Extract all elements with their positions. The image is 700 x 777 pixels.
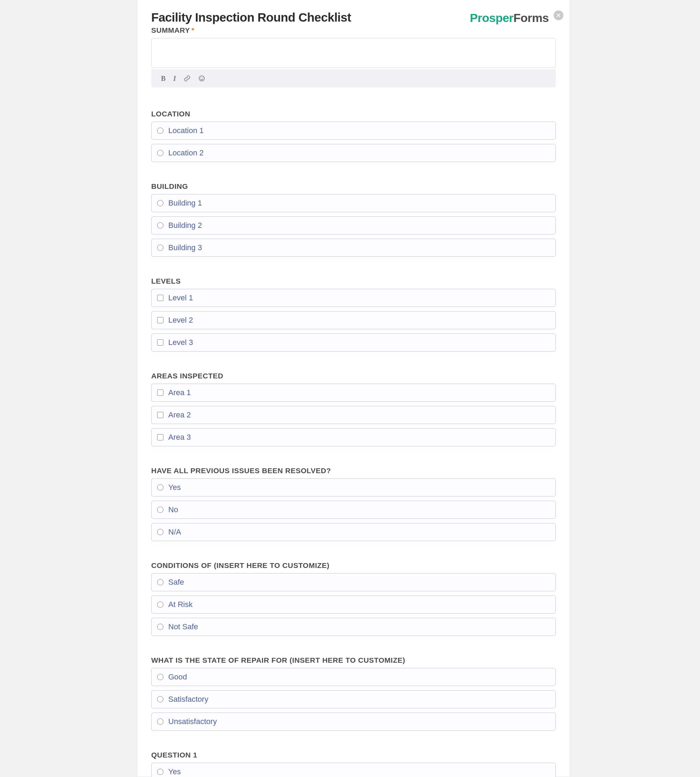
- question-heading: BUILDING: [151, 182, 556, 190]
- option-row[interactable]: No: [151, 501, 556, 519]
- question-block: LOCATIONLocation 1Location 2: [151, 110, 556, 162]
- option-radio[interactable]: [157, 719, 163, 725]
- option-label: Building 3: [168, 243, 202, 252]
- option-checkbox[interactable]: [157, 295, 163, 301]
- summary-input[interactable]: [151, 38, 556, 68]
- option-row[interactable]: Location 2: [151, 144, 556, 162]
- form-modal: Facility Inspection Round Checklist Pros…: [137, 0, 570, 777]
- option-radio[interactable]: [157, 769, 163, 775]
- questions-container: LOCATIONLocation 1Location 2BUILDINGBuil…: [151, 110, 556, 777]
- question-heading: AREAS INSPECTED: [151, 372, 556, 380]
- link-icon: [183, 75, 191, 82]
- emoji-button[interactable]: [198, 75, 205, 82]
- option-checkbox[interactable]: [157, 339, 163, 346]
- option-label: Not Safe: [168, 622, 198, 631]
- option-radio[interactable]: [157, 624, 163, 630]
- summary-label-row: SUMMARY*: [151, 26, 556, 35]
- question-heading: LOCATION: [151, 110, 556, 118]
- option-label: Building 2: [168, 221, 202, 230]
- option-row[interactable]: Building 3: [151, 238, 556, 257]
- option-radio[interactable]: [157, 128, 163, 134]
- option-label: Safe: [168, 578, 184, 587]
- option-row[interactable]: Building 2: [151, 217, 556, 235]
- option-row[interactable]: Not Safe: [151, 618, 556, 636]
- option-radio[interactable]: [157, 696, 163, 702]
- option-label: Area 1: [168, 388, 191, 397]
- option-radio[interactable]: [157, 484, 163, 490]
- option-row[interactable]: Level 1: [151, 289, 556, 307]
- summary-label: SUMMARY: [151, 26, 190, 34]
- option-row[interactable]: Area 1: [151, 383, 556, 402]
- question-heading: LEVELS: [151, 277, 556, 285]
- option-row[interactable]: Safe: [151, 573, 556, 591]
- option-label: Area 3: [168, 433, 191, 442]
- question-block: QUESTION 1Yes: [151, 751, 556, 777]
- modal-header: Facility Inspection Round Checklist Pros…: [151, 10, 556, 25]
- option-checkbox[interactable]: [157, 317, 163, 323]
- svg-point-2: [199, 76, 205, 81]
- svg-point-3: [201, 77, 202, 78]
- brand-part-1: Prosper: [470, 11, 513, 24]
- question-heading: QUESTION 1: [151, 751, 556, 759]
- question-heading: WHAT IS THE STATE OF REPAIR FOR (INSERT …: [151, 656, 556, 664]
- option-label: At Risk: [168, 600, 193, 609]
- option-radio[interactable]: [157, 529, 163, 535]
- option-checkbox[interactable]: [157, 390, 163, 396]
- option-row[interactable]: Area 3: [151, 428, 556, 446]
- rich-text-toolbar: B I: [151, 69, 556, 87]
- option-radio[interactable]: [157, 200, 163, 206]
- option-row[interactable]: Level 2: [151, 311, 556, 329]
- question-block: CONDITIONS OF (INSERT HERE TO CUSTOMIZE)…: [151, 561, 556, 636]
- brand-logo: ProsperForms: [470, 11, 549, 25]
- option-radio[interactable]: [157, 245, 163, 251]
- option-row[interactable]: Location 1: [151, 122, 556, 140]
- option-label: Building 1: [168, 198, 202, 208]
- form-title: Facility Inspection Round Checklist: [151, 10, 351, 24]
- link-button[interactable]: [183, 75, 191, 82]
- question-block: LEVELSLevel 1Level 2Level 3: [151, 277, 556, 352]
- option-label: Location 2: [168, 148, 204, 157]
- option-label: Area 2: [168, 410, 191, 420]
- question-block: WHAT IS THE STATE OF REPAIR FOR (INSERT …: [151, 656, 556, 731]
- svg-point-4: [202, 77, 203, 78]
- option-label: Location 1: [168, 126, 204, 135]
- option-radio[interactable]: [157, 674, 163, 680]
- question-heading: CONDITIONS OF (INSERT HERE TO CUSTOMIZE): [151, 561, 556, 570]
- option-label: Level 1: [168, 293, 193, 302]
- question-block: HAVE ALL PREVIOUS ISSUES BEEN RESOLVED?Y…: [151, 467, 556, 541]
- close-button[interactable]: [554, 10, 563, 20]
- option-radio[interactable]: [157, 507, 163, 513]
- option-radio[interactable]: [157, 150, 163, 156]
- option-row[interactable]: At Risk: [151, 595, 556, 614]
- option-row[interactable]: Building 1: [151, 194, 556, 212]
- option-row[interactable]: N/A: [151, 523, 556, 541]
- option-row[interactable]: Yes: [151, 479, 556, 497]
- option-radio[interactable]: [157, 579, 163, 585]
- bold-button[interactable]: B: [161, 75, 165, 83]
- brand-part-2: Forms: [513, 11, 549, 24]
- option-label: Level 3: [168, 338, 193, 347]
- option-row[interactable]: Unsatisfactory: [151, 712, 556, 731]
- option-row[interactable]: Area 2: [151, 406, 556, 424]
- option-label: No: [168, 505, 178, 514]
- required-star: *: [191, 26, 195, 34]
- option-radio[interactable]: [157, 601, 163, 608]
- italic-button[interactable]: I: [173, 75, 176, 83]
- option-row[interactable]: Good: [151, 668, 556, 686]
- option-radio[interactable]: [157, 222, 163, 228]
- option-row[interactable]: Level 3: [151, 333, 556, 352]
- option-row[interactable]: Satisfactory: [151, 690, 556, 709]
- option-label: Unsatisfactory: [168, 717, 217, 726]
- option-checkbox[interactable]: [157, 434, 163, 440]
- option-row[interactable]: Yes: [151, 763, 556, 777]
- option-label: Yes: [168, 483, 181, 492]
- option-label: N/A: [168, 527, 181, 537]
- emoji-icon: [198, 75, 205, 82]
- question-heading: HAVE ALL PREVIOUS ISSUES BEEN RESOLVED?: [151, 467, 556, 475]
- option-label: Level 2: [168, 316, 193, 325]
- close-icon: [557, 13, 561, 17]
- option-checkbox[interactable]: [157, 412, 163, 418]
- question-block: AREAS INSPECTEDArea 1Area 2Area 3: [151, 372, 556, 446]
- question-block: BUILDINGBuilding 1Building 2Building 3: [151, 182, 556, 257]
- viewport: Facility Inspection Round Checklist Pros…: [0, 0, 700, 777]
